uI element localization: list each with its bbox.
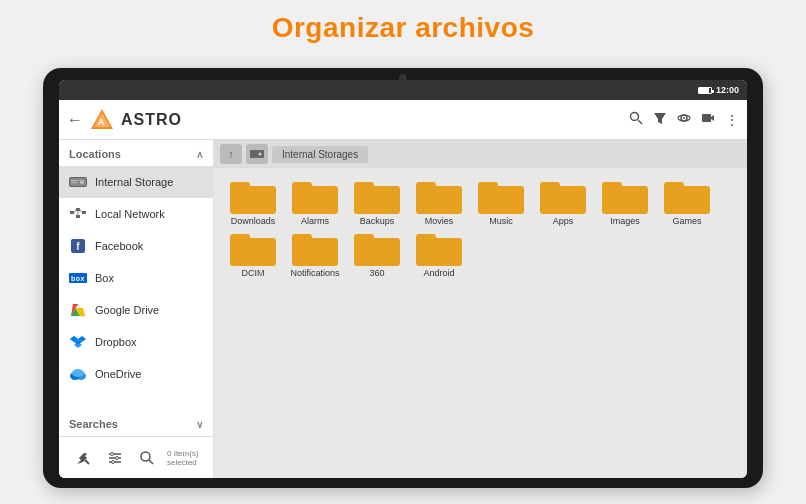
search-button[interactable]: [133, 448, 161, 468]
file-grid: Downloads Alarms Backups Movies: [214, 168, 747, 478]
back-button[interactable]: ←: [67, 111, 83, 129]
main-content: Locations ∧: [59, 140, 747, 478]
folder-images[interactable]: Images: [596, 178, 654, 226]
storage-button[interactable]: [246, 144, 268, 164]
svg-line-4: [638, 120, 642, 124]
onedrive-icon: [69, 365, 87, 383]
video-icon[interactable]: [701, 111, 715, 128]
folder-label-360: 360: [369, 268, 384, 278]
svg-text:A: A: [98, 117, 105, 127]
svg-point-43: [141, 452, 150, 461]
folder-notifications[interactable]: Notifications: [286, 230, 344, 278]
sidebar-spacer: [59, 390, 213, 410]
folder-downloads[interactable]: Downloads: [224, 178, 282, 226]
svg-point-40: [111, 452, 114, 455]
svg-rect-18: [76, 208, 80, 211]
up-button[interactable]: ↑: [220, 144, 242, 164]
folder-android[interactable]: Android: [410, 230, 468, 278]
internal-storage-label: Internal Storage: [95, 176, 173, 188]
folder-label-notifications: Notifications: [290, 268, 339, 278]
filter-icon[interactable]: [653, 111, 667, 128]
svg-line-44: [149, 460, 153, 464]
svg-marker-10: [711, 115, 714, 121]
box-icon: box: [69, 269, 87, 287]
folder-label-android: Android: [423, 268, 454, 278]
locations-header[interactable]: Locations ∧: [59, 140, 213, 166]
search-icon[interactable]: [629, 111, 643, 128]
sidebar-item-internal-storage[interactable]: Internal Storage: [59, 166, 213, 198]
selection-status: 0 Item(s) selected: [167, 449, 203, 467]
sidebar-item-box[interactable]: box Box: [59, 262, 213, 294]
file-area: ↑ Internal Storages: [214, 140, 747, 478]
settings-icon: [107, 450, 123, 466]
gdrive-icon: [69, 301, 87, 319]
folder-movies[interactable]: Movies: [410, 178, 468, 226]
svg-rect-20: [76, 215, 80, 218]
folder-icon-dcim: [230, 230, 276, 266]
view-icon[interactable]: [677, 111, 691, 128]
file-tabs-bar: ↑ Internal Storages: [214, 140, 747, 168]
folder-icon-downloads: [230, 178, 276, 214]
svg-line-36: [85, 460, 89, 464]
status-bar: 12:00: [59, 80, 747, 100]
tablet-device: 12:00 ← A ASTRO: [43, 68, 763, 488]
storage-icon: [250, 149, 264, 160]
svg-rect-19: [82, 211, 86, 214]
facebook-label: Facebook: [95, 240, 143, 252]
folder-apps[interactable]: Apps: [534, 178, 592, 226]
folder-icon-backups: [354, 178, 400, 214]
sidebar: Locations ∧: [59, 140, 214, 478]
folder-label-music: Music: [489, 216, 513, 226]
tablet-screen: 12:00 ← A ASTRO: [59, 80, 747, 478]
astro-logo: A: [89, 107, 115, 133]
svg-rect-17: [70, 211, 74, 214]
sidebar-item-local-network[interactable]: Local Network: [59, 198, 213, 230]
svg-point-14: [81, 181, 83, 183]
battery-icon: [698, 87, 712, 94]
internal-storages-tab[interactable]: Internal Storages: [272, 146, 368, 163]
folder-dcim[interactable]: DCIM: [224, 230, 282, 278]
hdd-icon: [69, 173, 87, 191]
network-icon: [69, 205, 87, 223]
sidebar-item-google-drive[interactable]: Google Drive: [59, 294, 213, 326]
sidebar-item-facebook[interactable]: f Facebook: [59, 230, 213, 262]
folder-icon-alarms: [292, 178, 338, 214]
folder-icon-apps: [540, 178, 586, 214]
more-icon[interactable]: ⋮: [725, 112, 739, 128]
folder-icon-android: [416, 230, 462, 266]
svg-point-3: [631, 113, 639, 121]
dropbox-icon: [69, 333, 87, 351]
dropbox-label: Dropbox: [95, 336, 137, 348]
svg-line-22: [80, 210, 82, 213]
sidebar-item-dropbox[interactable]: Dropbox: [59, 326, 213, 358]
local-network-label: Local Network: [95, 208, 165, 220]
settings-button[interactable]: [101, 448, 129, 468]
svg-point-41: [116, 456, 119, 459]
folder-music[interactable]: Music: [472, 178, 530, 226]
folder-label-alarms: Alarms: [301, 216, 329, 226]
sidebar-item-onedrive[interactable]: OneDrive: [59, 358, 213, 390]
bottom-toolbar: 0 Item(s) selected: [59, 436, 213, 478]
folder-label-downloads: Downloads: [231, 216, 276, 226]
folder-360[interactable]: 360: [348, 230, 406, 278]
svg-rect-9: [702, 114, 711, 122]
locations-label: Locations: [69, 148, 121, 160]
folder-games[interactable]: Games: [658, 178, 716, 226]
searches-header[interactable]: Searches ∨: [59, 410, 213, 436]
facebook-icon: f: [69, 237, 87, 255]
folder-alarms[interactable]: Alarms: [286, 178, 344, 226]
tools-button[interactable]: [69, 448, 97, 468]
svg-rect-45: [250, 150, 264, 158]
svg-point-46: [259, 152, 262, 155]
status-time: 12:00: [716, 85, 739, 95]
folder-label-movies: Movies: [425, 216, 454, 226]
folder-label-images: Images: [610, 216, 640, 226]
svg-rect-15: [71, 180, 79, 181]
folder-icon-games: [664, 178, 710, 214]
tools-icon: [75, 450, 91, 466]
google-drive-label: Google Drive: [95, 304, 159, 316]
svg-point-35: [72, 369, 84, 377]
folder-backups[interactable]: Backups: [348, 178, 406, 226]
device-wrapper: 12:00 ← A ASTRO: [0, 52, 806, 504]
onedrive-label: OneDrive: [95, 368, 141, 380]
